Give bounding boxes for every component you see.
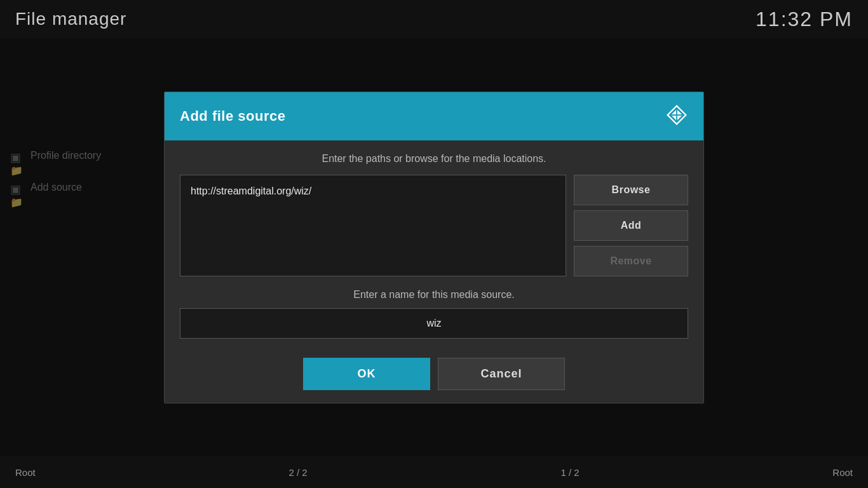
dialog-overlay: Add file source Enter the paths or brows… (0, 38, 868, 456)
dialog-body: Enter the paths or browse for the media … (165, 140, 703, 403)
clock: 11:32 PM (756, 8, 853, 31)
bottom-right-label: Root (832, 467, 853, 478)
path-instruction-text: Enter the paths or browse for the media … (180, 153, 688, 165)
add-button[interactable]: Add (574, 210, 688, 241)
name-instruction-text: Enter a name for this media source. (180, 289, 688, 301)
remove-button[interactable]: Remove (574, 246, 688, 276)
bottom-left-label: Root (15, 467, 36, 478)
path-input[interactable] (180, 175, 566, 276)
browse-button[interactable]: Browse (574, 175, 688, 205)
add-file-source-dialog: Add file source Enter the paths or brows… (164, 92, 704, 403)
dialog-title: Add file source (180, 108, 285, 125)
dialog-header: Add file source (165, 92, 703, 140)
path-buttons: Browse Add Remove (574, 175, 688, 276)
path-section: Browse Add Remove (180, 175, 688, 276)
top-bar: File manager 11:32 PM (0, 0, 868, 38)
name-section: Enter a name for this media source. (180, 289, 688, 339)
cancel-button[interactable]: Cancel (438, 358, 565, 390)
bottom-center-left-label: 2 / 2 (288, 467, 307, 478)
bottom-bar: Root 2 / 2 1 / 2 Root (0, 456, 868, 488)
app-title: File manager (15, 9, 126, 29)
ok-button[interactable]: OK (303, 358, 430, 390)
dialog-footer: OK Cancel (180, 351, 688, 390)
name-input[interactable] (180, 308, 688, 339)
kodi-logo-icon (665, 104, 688, 129)
bottom-center-right-label: 1 / 2 (560, 467, 579, 478)
